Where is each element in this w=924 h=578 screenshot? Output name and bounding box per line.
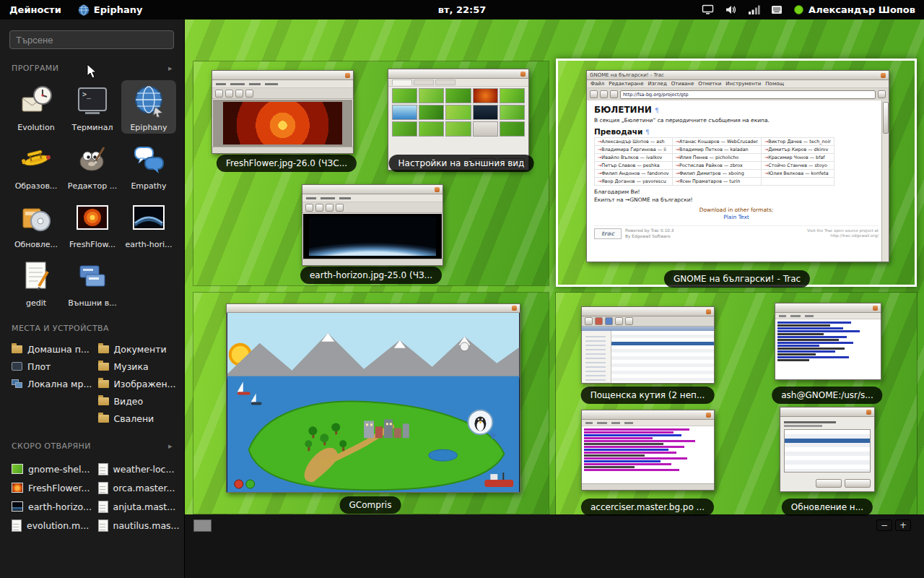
recent-expander-icon[interactable]: ▸ bbox=[168, 441, 173, 451]
plain-text-link[interactable]: Plain Text bbox=[594, 214, 879, 220]
message-list[interactable] bbox=[611, 331, 714, 383]
place-music[interactable]: Музика bbox=[98, 358, 185, 375]
recent-item[interactable]: nautilus.mas... bbox=[98, 516, 185, 535]
empathy-chat-icon bbox=[131, 142, 166, 176]
app-software-update[interactable]: Обновле... bbox=[9, 197, 64, 251]
terminal-text bbox=[775, 319, 881, 363]
svg-text:>_: >_ bbox=[82, 90, 92, 99]
menu-go[interactable]: Отиване bbox=[671, 81, 694, 87]
recent-item[interactable]: anjuta.mast... bbox=[98, 497, 185, 516]
recent-section-header: СКОРО ОТВАРЯНИ ▸ bbox=[12, 441, 173, 451]
recent-item[interactable]: evolution.m... bbox=[12, 516, 98, 535]
back-button[interactable] bbox=[590, 90, 598, 98]
workspace-3[interactable]: GCompris bbox=[193, 293, 549, 514]
remove-workspace-button[interactable]: − bbox=[876, 519, 892, 531]
window-evolution-inbox[interactable] bbox=[581, 306, 715, 384]
window-freshflower[interactable] bbox=[212, 70, 354, 154]
window-label: GCompris bbox=[340, 496, 401, 514]
recent-item[interactable]: orca.master... bbox=[98, 478, 185, 497]
update-list[interactable] bbox=[784, 429, 871, 473]
activities-button[interactable]: Дейности bbox=[0, 0, 71, 20]
browser-menubar: Файл Редактиране Изглед Отиване Отметки … bbox=[587, 80, 889, 88]
pilcrow-anchor[interactable]: ¶ bbox=[645, 129, 650, 136]
app-gedit[interactable]: gedit bbox=[9, 256, 64, 309]
top-bar: Дейности Epiphany вт, 22:57 bbox=[0, 0, 924, 20]
workspace-4[interactable]: Пощенска кутия (2 неп... a bbox=[556, 293, 917, 514]
network-icon bbox=[12, 379, 22, 388]
app-menu[interactable]: Epiphany bbox=[71, 0, 150, 20]
recent-item[interactable]: weather-loc... bbox=[98, 460, 185, 478]
network-signal-icon[interactable] bbox=[748, 4, 760, 15]
user-status-available-icon bbox=[794, 5, 803, 14]
scrollbar[interactable] bbox=[881, 100, 889, 262]
places-section-header: МЕСТА И УСТРОЙСТВА bbox=[12, 324, 173, 333]
pilcrow-anchor[interactable]: ¶ bbox=[655, 107, 659, 114]
browser-content: БЮЛЕТИНИ ¶ В секция „Бюлетини“ са период… bbox=[587, 100, 889, 262]
window-software-update[interactable] bbox=[780, 407, 875, 492]
user-menu[interactable]: Александър Шопов bbox=[794, 4, 915, 15]
dialog-button[interactable] bbox=[816, 479, 842, 488]
app-epiphany[interactable]: Epiphany bbox=[121, 80, 176, 134]
window-earth-horizon[interactable] bbox=[302, 184, 443, 266]
window-terminal[interactable] bbox=[775, 303, 881, 380]
dialog-button[interactable] bbox=[845, 479, 871, 488]
display-icon[interactable] bbox=[702, 4, 714, 15]
menu-edit[interactable]: Редактиране bbox=[609, 81, 643, 87]
menu-bookmarks[interactable]: Отметки bbox=[698, 81, 721, 87]
menu-view[interactable]: Изглед bbox=[648, 81, 666, 87]
earth-image bbox=[303, 214, 442, 259]
app-terminal[interactable]: >_ Терминал bbox=[65, 80, 120, 134]
window-label: earth-horizon.jpg-25.0 (ЧЗ... bbox=[300, 267, 442, 284]
go-button[interactable] bbox=[878, 90, 886, 98]
address-bar[interactable]: http://fsa-bg.org/project/gtp bbox=[620, 90, 876, 99]
volume-icon[interactable] bbox=[725, 4, 737, 15]
image-thumbnail-icon bbox=[12, 483, 23, 493]
app-external-volumes[interactable]: Външни в... bbox=[65, 256, 120, 309]
place-home[interactable]: Домашна п... bbox=[12, 340, 98, 358]
app-gcompris[interactable]: Образов... bbox=[9, 139, 64, 192]
window-label: ash@GNOME:/usr/s... bbox=[772, 387, 882, 404]
reload-button[interactable] bbox=[610, 90, 618, 98]
wallpaper-thumbnails[interactable] bbox=[392, 88, 525, 137]
folder-icon bbox=[98, 415, 109, 423]
place-videos[interactable]: Видео bbox=[98, 392, 185, 410]
programs-expander-icon[interactable]: ▸ bbox=[168, 64, 173, 73]
window-po-editor[interactable] bbox=[581, 410, 715, 491]
place-pictures[interactable]: Изображен... bbox=[98, 375, 185, 392]
app-evolution[interactable]: Evolution bbox=[9, 80, 64, 134]
window-label: Пощенска кутия (2 неп... bbox=[581, 387, 715, 404]
place-documents[interactable]: Документи bbox=[98, 340, 185, 358]
workspace-2[interactable]: GNOME на български! - Trac Файл Редактир… bbox=[556, 59, 917, 287]
add-workspace-button[interactable]: + bbox=[895, 519, 911, 531]
place-network[interactable]: Локална мр... bbox=[12, 375, 98, 392]
window-gcompris[interactable] bbox=[226, 303, 520, 493]
gcompris-plane-icon bbox=[19, 142, 53, 176]
menu-file[interactable]: Файл bbox=[590, 81, 604, 87]
window-epiphany-trac[interactable]: GNOME на български! - Trac Файл Редактир… bbox=[586, 70, 889, 262]
recent-item[interactable]: FreshFlower... bbox=[12, 478, 98, 497]
image-thumbnail-icon bbox=[12, 464, 23, 474]
place-downloads[interactable]: Свалени bbox=[98, 410, 185, 427]
workspace-drag-handle[interactable] bbox=[193, 519, 212, 532]
search-input[interactable] bbox=[9, 30, 174, 49]
terminal-icon: >_ bbox=[75, 83, 110, 118]
app-gimp[interactable]: Редактор ... bbox=[65, 139, 120, 192]
workspace-1[interactable]: FreshFlower.jpg-26.0 (ЧЗС... bbox=[193, 61, 549, 285]
forward-button[interactable] bbox=[600, 90, 608, 98]
recent-item[interactable]: gnome-shel... bbox=[12, 460, 98, 478]
app-freshflower-image[interactable]: FreshFlow... bbox=[65, 197, 120, 251]
places-list: Домашна п... Плот Локална мр... Документ… bbox=[0, 336, 184, 427]
gimp-icon bbox=[75, 142, 110, 176]
app-earth-image[interactable]: earth-hori... bbox=[121, 197, 176, 251]
clock[interactable]: вт, 22:57 bbox=[438, 0, 487, 20]
menu-help[interactable]: Помощ bbox=[765, 81, 784, 87]
keyboard-input-icon[interactable] bbox=[771, 4, 783, 15]
evolution-icon bbox=[19, 83, 53, 118]
overview-area: FreshFlower.jpg-26.0 (ЧЗС... bbox=[185, 20, 924, 578]
place-desktop[interactable]: Плот bbox=[12, 358, 98, 375]
app-empathy[interactable]: Empathy bbox=[121, 139, 176, 192]
menu-tools[interactable]: Инструменти bbox=[725, 81, 761, 87]
folder-tree[interactable] bbox=[582, 331, 611, 383]
recent-item[interactable]: earth-horizo... bbox=[12, 497, 98, 516]
translators-table: →Александър Шопов — ash →Атанас Кошаров … bbox=[594, 137, 834, 186]
